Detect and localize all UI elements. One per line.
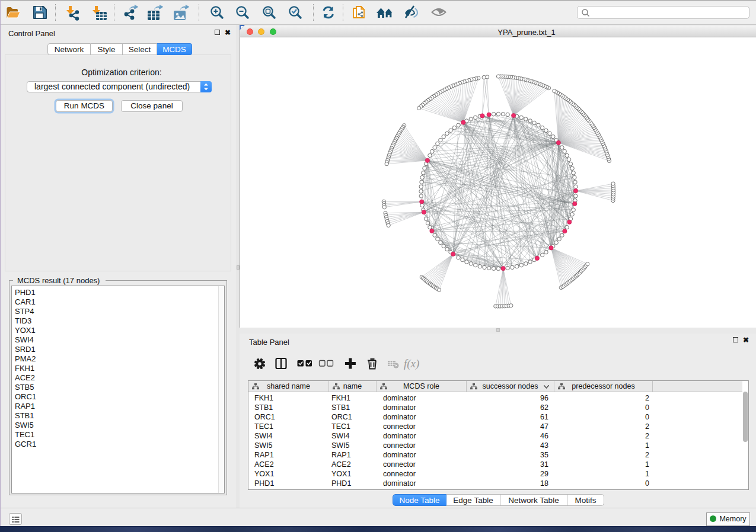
svg-text:f(x): f(x) xyxy=(404,357,419,370)
